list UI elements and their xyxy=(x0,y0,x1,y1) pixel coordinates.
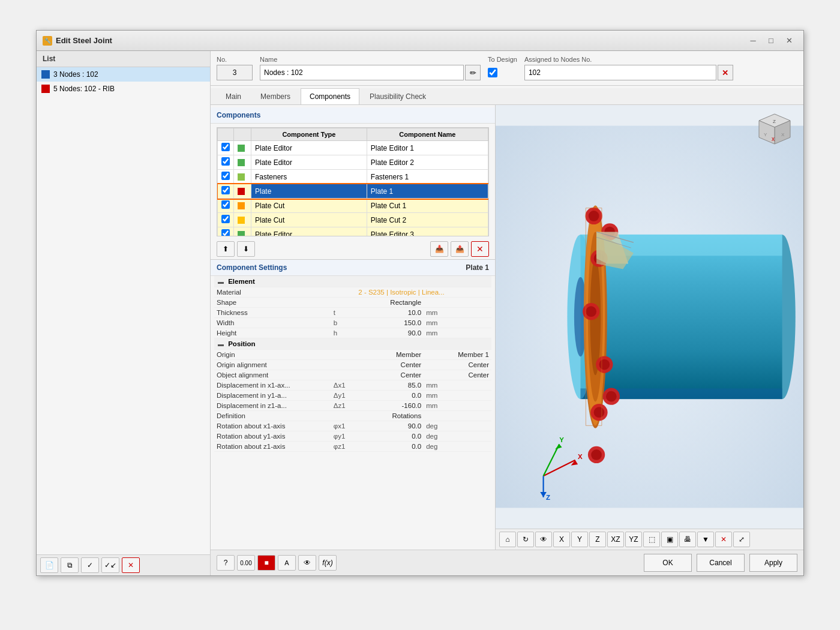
maximize-button[interactable]: □ xyxy=(763,34,779,47)
vp-dropdown-button[interactable]: ▼ xyxy=(697,532,714,547)
svg-point-20 xyxy=(586,306,596,317)
row-check[interactable] xyxy=(218,184,234,199)
cancel-button[interactable]: Cancel xyxy=(697,554,745,572)
prop-label-height: Height xyxy=(214,328,331,338)
tab-plausibility[interactable]: Plausibility Check xyxy=(361,88,435,104)
svg-text:Y: Y xyxy=(764,132,767,137)
apply-button[interactable]: Apply xyxy=(749,554,797,572)
check-button[interactable]: ✓ xyxy=(81,557,99,573)
list-toolbar: 📄 ⧉ ✓ ✓↙ ✕ xyxy=(37,554,210,575)
tab-main[interactable]: Main xyxy=(217,88,250,104)
viewport-toolbar: ⌂ ↻ 👁 X Y Z XZ YZ ⬚ ▣ 🖶 ▼ ✕ ⤢ xyxy=(496,529,803,550)
element-section-row[interactable]: ▬ Element xyxy=(214,276,491,287)
svg-point-26 xyxy=(591,449,602,460)
item-color-1 xyxy=(41,70,50,79)
check2-button[interactable]: ✓↙ xyxy=(101,557,119,573)
bottom-tools: ? 0.00 ■ A 👁 f(x) xyxy=(217,555,337,571)
table-row[interactable]: Plate Plate 1 xyxy=(218,184,488,199)
table-row[interactable]: Plate Editor Plate Editor 1 xyxy=(218,141,488,155)
position-section-row[interactable]: ▬ Position xyxy=(214,338,491,350)
vp-z-button[interactable]: Z xyxy=(589,532,606,547)
vp-yz-button[interactable]: YZ xyxy=(625,532,642,547)
zero-button[interactable]: 0.00 xyxy=(237,555,255,571)
list-item[interactable]: 3 Nodes : 102 xyxy=(37,67,210,82)
row-check[interactable] xyxy=(218,199,234,213)
vp-close-button[interactable]: ✕ xyxy=(715,532,732,547)
prop-col2-origin: Member 1 xyxy=(424,350,491,360)
row-name: Fasteners 1 xyxy=(367,170,488,184)
to-design-checkbox[interactable] xyxy=(488,68,497,77)
row-check[interactable] xyxy=(218,141,234,155)
row-check[interactable] xyxy=(218,155,234,170)
list-header: List xyxy=(37,51,210,67)
prop-label-width: Width xyxy=(214,318,331,328)
viewport[interactable]: X Y Z xyxy=(496,105,803,550)
table-row[interactable]: Plate Cut Plate Cut 1 xyxy=(218,199,488,213)
row-check[interactable] xyxy=(218,170,234,184)
components-tbody: Plate Editor Plate Editor 1 Plate Editor xyxy=(218,141,488,236)
table-row[interactable]: Plate Cut Plate Cut 2 xyxy=(218,213,488,227)
vp-orbit-button[interactable]: ↻ xyxy=(517,532,534,547)
table-row[interactable]: Fasteners Fasteners 1 xyxy=(218,170,488,184)
text-button[interactable]: A xyxy=(278,555,296,571)
vp-eye-button[interactable]: 👁 xyxy=(535,532,552,547)
clear-assigned-button[interactable]: ✕ xyxy=(718,65,733,80)
fx-button[interactable]: f(x) xyxy=(319,555,337,571)
svg-point-16 xyxy=(594,407,605,418)
table-row: Material 2 - S235 | Isotropic | Linea... xyxy=(214,287,491,298)
viewport-3d[interactable]: X Y Z xyxy=(496,105,803,529)
vp-3d-button[interactable]: ▣ xyxy=(661,532,678,547)
tab-members[interactable]: Members xyxy=(251,88,299,104)
no-input[interactable] xyxy=(217,65,253,80)
vp-x-button[interactable]: X xyxy=(553,532,570,547)
element-section-label: Element xyxy=(228,278,255,285)
list-item[interactable]: 5 Nodes: 102 - RIB xyxy=(37,82,210,96)
vp-home-button[interactable]: ⌂ xyxy=(499,532,516,547)
name-input[interactable] xyxy=(260,65,464,80)
vp-xz-button[interactable]: XZ xyxy=(607,532,624,547)
help-button[interactable]: ? xyxy=(217,555,235,571)
ok-button[interactable]: OK xyxy=(644,554,692,572)
prop-unit-ry: deg xyxy=(424,431,491,442)
to-design-field-group: To Design xyxy=(488,56,517,80)
collapse-element-icon[interactable]: ▬ xyxy=(218,278,224,285)
assigned-input[interactable] xyxy=(524,65,716,80)
row-type: Plate Cut xyxy=(251,213,367,227)
table-row: Origin alignment Center Center xyxy=(214,360,491,370)
vp-layers-button[interactable]: ⬚ xyxy=(643,532,660,547)
components-table-wrapper: Component Type Component Name xyxy=(211,124,495,239)
navigation-cube[interactable]: X Y Z x xyxy=(755,111,797,153)
table-row: Rotation about x1-axis φx1 90.0 deg xyxy=(214,421,491,431)
collapse-position-icon[interactable]: ▬ xyxy=(218,341,224,347)
vp-print-button[interactable]: 🖶 xyxy=(679,532,696,547)
delete-comp-button[interactable]: ✕ xyxy=(471,241,489,257)
move-up-button[interactable]: ⬆ xyxy=(217,241,235,257)
eye-bottom-button[interactable]: 👁 xyxy=(298,555,316,571)
prop-symbol-def xyxy=(331,411,356,421)
minimize-button[interactable]: ─ xyxy=(745,34,761,47)
vp-y-button[interactable]: Y xyxy=(571,532,588,547)
copy-button[interactable]: ⧉ xyxy=(61,557,79,573)
import-button[interactable]: 📥 xyxy=(430,241,448,257)
table-row[interactable]: Plate Editor Plate Editor 2 xyxy=(218,155,488,170)
row-check[interactable] xyxy=(218,213,234,227)
close-button[interactable]: ✕ xyxy=(781,34,797,47)
export-button[interactable]: 📤 xyxy=(451,241,469,257)
prop-value-shape: Rectangle xyxy=(356,298,424,308)
col-color xyxy=(234,128,251,141)
prop-symbol-rx: φx1 xyxy=(331,421,356,431)
new-button[interactable]: 📄 xyxy=(40,557,58,573)
prop-symbol-rz: φz1 xyxy=(331,442,356,452)
prop-value-material[interactable]: 2 - S235 | Isotropic | Linea... xyxy=(356,287,491,298)
prop-symbol-origin xyxy=(331,350,356,360)
prop-label-dy: Displacement in y1-a... xyxy=(214,391,331,401)
red-square-button[interactable]: ■ xyxy=(257,555,275,571)
prop-label-obj-align: Object alignment xyxy=(214,370,331,380)
edit-name-button[interactable]: ✏ xyxy=(465,65,481,80)
move-down-button[interactable]: ⬇ xyxy=(237,241,255,257)
row-check[interactable] xyxy=(218,227,234,236)
tab-components[interactable]: Components xyxy=(301,88,359,104)
delete-button[interactable]: ✕ xyxy=(122,557,140,573)
table-row[interactable]: Plate Editor Plate Editor 3 xyxy=(218,227,488,236)
vp-expand-button[interactable]: ⤢ xyxy=(733,532,750,547)
